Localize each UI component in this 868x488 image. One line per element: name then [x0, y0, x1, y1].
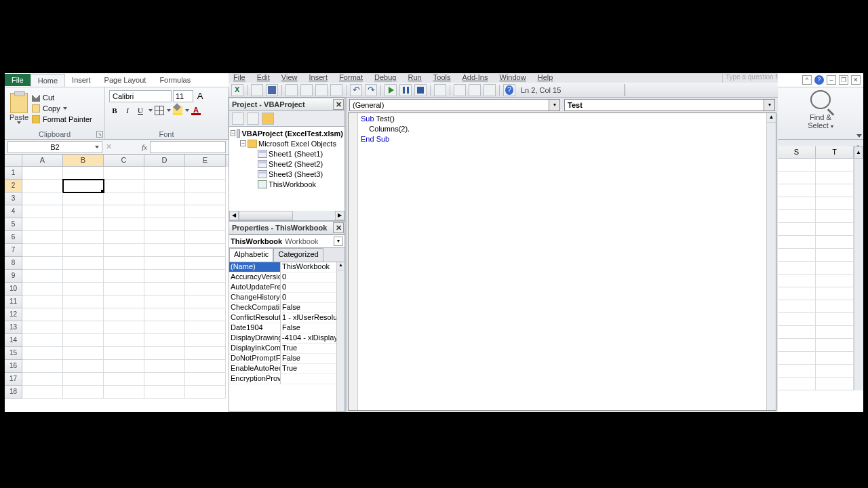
- row-header[interactable]: 4: [5, 205, 22, 218]
- vbe-menu-help[interactable]: Help: [533, 73, 558, 81]
- col-header-e[interactable]: E: [185, 155, 226, 167]
- find-select-button[interactable]: Find &Select ▾: [808, 113, 833, 129]
- help-icon[interactable]: ?: [814, 75, 824, 85]
- toggle-folders-button[interactable]: [262, 113, 274, 125]
- help-button[interactable]: [503, 84, 515, 96]
- cell[interactable]: [144, 334, 185, 347]
- vbe-menu-file[interactable]: File: [229, 73, 250, 81]
- vscrollbar-track[interactable]: [854, 313, 863, 326]
- tree-item-sheet3[interactable]: Sheet3 (Sheet3): [231, 169, 343, 179]
- format-painter-button[interactable]: Format Painter: [32, 115, 92, 123]
- tree-item-sheet2[interactable]: Sheet2 (Sheet2): [231, 159, 343, 169]
- cell[interactable]: [778, 223, 816, 236]
- chevron-down-icon[interactable]: [166, 106, 171, 115]
- excel-minimize-button[interactable]: –: [827, 75, 836, 85]
- cell[interactable]: [104, 231, 144, 244]
- cell[interactable]: [185, 180, 226, 192]
- property-row[interactable]: AutoUpdateFrequency0: [229, 283, 344, 293]
- cell[interactable]: [816, 365, 854, 378]
- cell[interactable]: [63, 270, 104, 283]
- code-editor[interactable]: Sub Test() Columns(2). End Sub ▲: [348, 113, 776, 411]
- collapse-icon[interactable]: −: [231, 130, 235, 136]
- cell[interactable]: [144, 218, 185, 231]
- cell[interactable]: [22, 283, 63, 296]
- cell[interactable]: [778, 236, 816, 249]
- break-button[interactable]: [399, 84, 412, 96]
- cell[interactable]: [104, 167, 144, 180]
- cell[interactable]: [778, 300, 816, 313]
- cell[interactable]: [185, 321, 226, 334]
- vscrollbar-track[interactable]: [854, 274, 863, 287]
- cell[interactable]: [22, 296, 63, 308]
- copy-button[interactable]: [300, 84, 313, 96]
- scroll-up-button[interactable]: ▲: [854, 146, 863, 159]
- col-header-t[interactable]: T: [816, 146, 854, 159]
- cell[interactable]: [22, 308, 63, 321]
- row-header[interactable]: 7: [5, 244, 22, 257]
- select-all-corner[interactable]: [5, 155, 22, 167]
- tab-home[interactable]: Home: [31, 74, 65, 87]
- italic-button[interactable]: I: [122, 105, 133, 116]
- property-row[interactable]: EnableAutoRecoverTrue: [229, 364, 344, 374]
- vbe-menu-addins[interactable]: Add-Ins: [458, 73, 493, 81]
- cell[interactable]: [22, 334, 63, 347]
- code-procedure-select[interactable]: Test▾: [564, 99, 775, 111]
- cell[interactable]: [22, 244, 63, 257]
- cell[interactable]: [104, 321, 144, 334]
- cell[interactable]: [816, 210, 854, 223]
- row-header[interactable]: 15: [5, 347, 22, 360]
- insert-module-button[interactable]: [251, 84, 263, 96]
- code-object-select[interactable]: (General)▾: [349, 99, 560, 111]
- property-row[interactable]: CheckCompatibilityFalse: [229, 303, 344, 313]
- cell[interactable]: [816, 236, 854, 249]
- cut-button[interactable]: Cut: [32, 94, 92, 102]
- cell[interactable]: [63, 167, 104, 180]
- row-header[interactable]: 18: [5, 386, 22, 399]
- font-name-select[interactable]: [109, 90, 172, 102]
- vscrollbar-track[interactable]: [854, 365, 863, 378]
- cell[interactable]: [63, 373, 104, 386]
- cell[interactable]: [778, 171, 816, 184]
- cell[interactable]: [144, 321, 185, 334]
- cell[interactable]: [144, 360, 185, 373]
- cell[interactable]: [185, 347, 226, 360]
- cell[interactable]: [778, 352, 816, 365]
- tab-formulas[interactable]: Formulas: [153, 74, 197, 86]
- cell[interactable]: [816, 352, 854, 365]
- cell[interactable]: [816, 326, 854, 339]
- cell[interactable]: [816, 197, 854, 210]
- cell[interactable]: [63, 257, 104, 270]
- cell[interactable]: [63, 180, 104, 192]
- formula-input[interactable]: [150, 141, 226, 153]
- row-header[interactable]: 2: [5, 180, 22, 192]
- row-header[interactable]: 3: [5, 192, 22, 205]
- clipboard-launcher[interactable]: ↘: [96, 131, 103, 138]
- vbe-menu-edit[interactable]: Edit: [252, 73, 275, 81]
- cell[interactable]: [144, 373, 185, 386]
- cell[interactable]: [104, 180, 144, 192]
- redo-button[interactable]: [365, 84, 377, 96]
- cell[interactable]: [185, 296, 226, 308]
- cell[interactable]: [63, 283, 104, 296]
- cell[interactable]: [778, 210, 816, 223]
- property-row[interactable]: AccuracyVersion0: [229, 272, 344, 283]
- cell[interactable]: [816, 274, 854, 287]
- cell[interactable]: [778, 184, 816, 197]
- row-header[interactable]: 12: [5, 308, 22, 321]
- vscrollbar-track[interactable]: [854, 378, 863, 390]
- vscrollbar-track[interactable]: [854, 197, 863, 210]
- cell[interactable]: [63, 244, 104, 257]
- vscrollbar-track[interactable]: [854, 223, 863, 236]
- cell[interactable]: [144, 270, 185, 283]
- property-row[interactable]: ConflictResolution1 - xlUserResolution: [229, 313, 344, 323]
- row-header[interactable]: 17: [5, 373, 22, 386]
- vbe-menu-insert[interactable]: Insert: [304, 73, 333, 81]
- cell[interactable]: [104, 296, 144, 308]
- chevron-down-icon[interactable]: [148, 106, 153, 115]
- vscrollbar-track[interactable]: [854, 159, 863, 171]
- run-button[interactable]: [384, 84, 397, 96]
- close-properties-pane[interactable]: ✕: [333, 222, 344, 233]
- col-header-b[interactable]: B: [63, 155, 104, 167]
- cell[interactable]: [22, 180, 63, 192]
- cell[interactable]: [816, 249, 854, 262]
